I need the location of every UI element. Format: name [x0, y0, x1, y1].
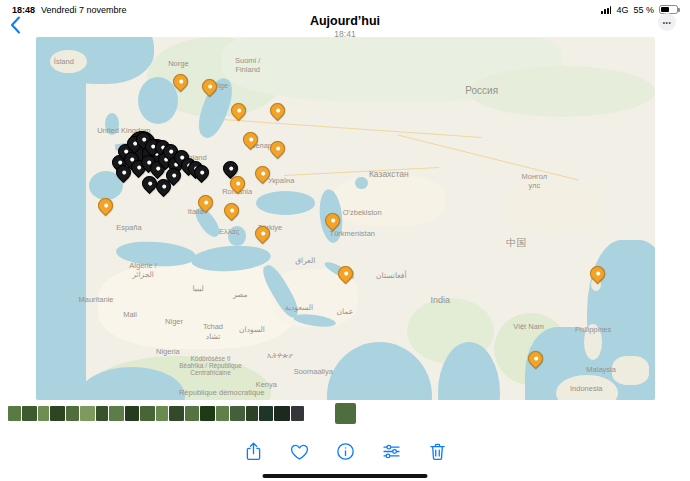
pin-icon	[322, 210, 343, 231]
pin-icon	[195, 192, 216, 213]
pin-icon	[335, 263, 356, 284]
filmstrip-thumb[interactable]	[169, 406, 184, 421]
toolbar	[0, 438, 690, 464]
network-type: 4G	[616, 5, 628, 15]
filmstrip-thumb[interactable]	[259, 406, 273, 421]
pin-icon	[221, 199, 242, 220]
pin-icon	[252, 163, 273, 184]
filmstrip-thumb[interactable]	[80, 406, 95, 421]
filmstrip-thumb[interactable]	[156, 406, 168, 421]
filmstrip-thumb[interactable]	[50, 406, 65, 421]
filmstrip[interactable]	[8, 403, 356, 425]
share-button[interactable]	[240, 438, 266, 464]
filmstrip-thumb[interactable]	[22, 406, 37, 421]
pin-icon	[228, 100, 249, 121]
clock: 18:48	[12, 5, 35, 15]
pin-icon	[252, 223, 273, 244]
sliders-icon	[381, 441, 402, 462]
status-bar: 18:48 Vendredi 7 novembre 4G 55 %	[0, 0, 690, 16]
pin-icon	[267, 100, 288, 121]
page-title: Aujourd’hui	[0, 14, 690, 28]
filmstrip-thumb[interactable]	[216, 406, 229, 421]
pin-icon	[170, 71, 191, 92]
pin-icon	[198, 76, 219, 97]
filmstrip-thumb[interactable]	[96, 406, 108, 421]
status-date: Vendredi 7 novembre	[41, 5, 127, 15]
ellipsis-icon: •••	[663, 19, 672, 26]
filmstrip-thumb[interactable]	[200, 406, 215, 421]
adjust-button[interactable]	[378, 438, 404, 464]
info-button[interactable]	[332, 438, 358, 464]
favorite-button[interactable]	[286, 438, 312, 464]
filmstrip-thumb[interactable]	[140, 406, 155, 421]
pin-icon	[587, 263, 608, 284]
chevron-left-icon	[10, 16, 21, 34]
pin-icon	[267, 138, 288, 159]
filmstrip-thumb[interactable]	[8, 406, 21, 421]
pin-icon	[525, 348, 546, 369]
trash-icon	[427, 441, 448, 462]
map-view[interactable]: ÍslandNorgeSuomi / FinlandSverigeРоссияU…	[36, 37, 655, 400]
filmstrip-thumb[interactable]	[230, 406, 245, 421]
filmstrip-thumb[interactable]	[109, 406, 124, 421]
filmstrip-thumb[interactable]	[185, 406, 199, 421]
filmstrip-thumb[interactable]	[246, 406, 258, 421]
delete-button[interactable]	[424, 438, 450, 464]
filmstrip-thumb[interactable]	[66, 406, 79, 421]
back-button[interactable]	[10, 16, 21, 37]
filmstrip-thumb[interactable]	[274, 406, 290, 421]
pin-icon	[240, 129, 261, 150]
home-indicator[interactable]	[263, 474, 428, 479]
filmstrip-thumb[interactable]	[291, 406, 304, 421]
heart-icon	[289, 441, 310, 462]
filmstrip-thumb[interactable]	[125, 406, 139, 421]
cellular-signal-icon	[601, 6, 611, 14]
battery-percent: 55 %	[633, 5, 654, 15]
pin-icon	[94, 195, 115, 216]
share-icon	[243, 441, 264, 462]
nav-title-block: Aujourd’hui 18:41	[0, 14, 690, 39]
filmstrip-thumb-selected[interactable]	[335, 403, 356, 424]
filmstrip-thumb[interactable]	[38, 406, 49, 421]
pins-layer	[36, 37, 655, 400]
more-button[interactable]: •••	[658, 13, 676, 31]
info-icon	[335, 441, 356, 462]
